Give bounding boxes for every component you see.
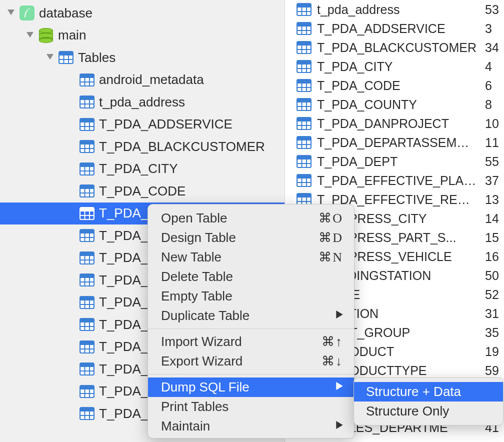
table-icon bbox=[79, 250, 95, 266]
table-icon bbox=[79, 339, 95, 355]
chevron-down-icon[interactable] bbox=[7, 9, 15, 17]
menu-label: Dump SQL File bbox=[161, 380, 250, 395]
tree-item-table[interactable]: android_metadata bbox=[0, 69, 284, 92]
table-list-item[interactable]: T_PDA_ADDSERVICE 3 bbox=[285, 19, 504, 38]
submenu-item[interactable]: Structure Only bbox=[354, 402, 503, 421]
table-count: 15 bbox=[485, 230, 504, 245]
table-list-item[interactable]: T_PDA_EFFECTIVE_PLAN_... 37 bbox=[285, 171, 504, 190]
context-menu-item[interactable]: Import Wizard⌘↑ bbox=[148, 332, 354, 352]
submenu-arrow-icon bbox=[336, 421, 343, 432]
context-menu-item[interactable]: Delete Table bbox=[148, 267, 354, 286]
table-list-item[interactable]: T_PDA_CODE 6 bbox=[285, 76, 504, 95]
tree-item-table[interactable]: T_PDA_ADDSERVICE bbox=[0, 114, 284, 136]
tree-item-tables-group[interactable]: Tables bbox=[0, 46, 284, 69]
svg-marker-243 bbox=[336, 310, 342, 318]
tree-label: T_PDA_BLACKCUSTOMER bbox=[99, 139, 265, 154]
menu-label: Structure Only bbox=[366, 404, 449, 419]
menu-label: Design Table bbox=[161, 230, 236, 246]
svg-marker-2 bbox=[46, 54, 54, 60]
context-menu-item[interactable]: Maintain bbox=[148, 416, 354, 436]
table-count: 6 bbox=[485, 78, 504, 93]
svg-rect-65 bbox=[80, 276, 94, 278]
tree-label: database bbox=[39, 6, 92, 21]
tree-item-table[interactable]: t_pda_address bbox=[0, 91, 284, 114]
table-list-item[interactable]: T_PDA_DANPROJECT 10 bbox=[285, 114, 504, 133]
menu-label: Duplicate Table bbox=[161, 308, 250, 324]
table-count: 31 bbox=[485, 306, 504, 321]
table-list-item[interactable]: t_pda_address 53 bbox=[285, 0, 504, 19]
context-menu-item[interactable]: Empty Table bbox=[148, 286, 354, 306]
table-icon bbox=[296, 58, 312, 74]
menu-shortcut: ⌘↓ bbox=[322, 354, 343, 369]
table-icon bbox=[79, 384, 95, 400]
table-count: 4 bbox=[485, 60, 504, 74]
table-list-item[interactable]: T_PDA_DEPARTASSEMBLY... 11 bbox=[285, 133, 504, 152]
table-list-item[interactable]: T_PDA_CITY 4 bbox=[285, 57, 504, 76]
submenu-arrow-icon bbox=[336, 382, 343, 392]
table-count: 19 bbox=[485, 344, 504, 359]
table-icon bbox=[296, 96, 312, 112]
tree-label: T_PDA_ bbox=[99, 384, 148, 399]
menu-label: Export Wizard bbox=[161, 354, 242, 369]
table-list-item[interactable]: T_PDA_BLACKCUSTOMER 34 bbox=[285, 38, 504, 57]
context-menu-item[interactable]: Design Table⌘D bbox=[148, 228, 354, 248]
menu-label: Import Wizard bbox=[161, 334, 242, 350]
table-count: 16 bbox=[485, 250, 504, 264]
table-name: T_PDA_CODE bbox=[317, 78, 480, 93]
table-icon bbox=[296, 40, 312, 56]
svg-rect-47 bbox=[80, 210, 94, 212]
svg-rect-155 bbox=[297, 158, 311, 160]
chevron-down-icon[interactable] bbox=[26, 32, 34, 40]
tree-item-table[interactable]: T_PDA_CITY bbox=[0, 158, 284, 180]
svg-rect-95 bbox=[80, 388, 94, 390]
tree-item-database[interactable]: database bbox=[0, 2, 284, 24]
tree-label: Tables bbox=[78, 50, 116, 66]
table-count: 55 bbox=[485, 154, 504, 169]
menu-label: New Table bbox=[161, 250, 222, 265]
tree-label: T_PDA_CITY bbox=[99, 161, 178, 176]
tree-item-table[interactable]: T_PDA_CODE bbox=[0, 180, 284, 202]
context-menu-item[interactable]: Duplicate Table bbox=[148, 306, 354, 326]
table-count: 35 bbox=[485, 326, 504, 340]
svg-rect-53 bbox=[80, 232, 94, 234]
table-count: 52 bbox=[485, 288, 504, 302]
svg-rect-17 bbox=[80, 98, 94, 100]
menu-label: Delete Table bbox=[161, 269, 233, 284]
chevron-down-icon[interactable] bbox=[46, 54, 54, 62]
svg-rect-71 bbox=[80, 299, 94, 300]
table-name: T_PDA_DEPT bbox=[317, 154, 480, 169]
svg-rect-5 bbox=[59, 54, 73, 56]
tree-label: T_PDA_ bbox=[99, 317, 148, 332]
menu-label: Open Table bbox=[161, 210, 228, 226]
tree-item-table[interactable]: T_PDA_BLACKCUSTOMER bbox=[0, 136, 284, 158]
svg-marker-0 bbox=[8, 10, 14, 15]
svg-marker-1 bbox=[26, 32, 34, 38]
context-submenu: Structure + DataStructure Only bbox=[354, 378, 504, 426]
menu-separator bbox=[148, 374, 354, 374]
tree-item-schema[interactable]: main bbox=[0, 24, 284, 47]
context-menu-item[interactable]: Print Tables bbox=[148, 397, 354, 416]
tree-label: T_PDA_CODE bbox=[99, 184, 186, 199]
context-menu-item[interactable]: Open Table⌘O bbox=[148, 208, 354, 228]
table-icon bbox=[296, 172, 312, 188]
submenu-item[interactable]: Structure + Data bbox=[354, 382, 503, 402]
svg-rect-131 bbox=[297, 82, 311, 84]
menu-separator bbox=[148, 328, 354, 329]
sqlite-icon bbox=[19, 5, 35, 21]
table-icon bbox=[79, 272, 95, 288]
table-list-item[interactable]: T_PDA_COUNTY 8 bbox=[285, 95, 504, 114]
table-list-item[interactable]: T_PDA_DEPT 55 bbox=[285, 152, 504, 171]
context-menu-item[interactable]: Dump SQL File bbox=[148, 378, 354, 397]
svg-rect-167 bbox=[297, 196, 311, 198]
svg-rect-29 bbox=[80, 143, 94, 144]
table-name: T_PDA_DANPROJECT bbox=[317, 116, 480, 131]
table-icon bbox=[79, 94, 95, 110]
tree-label: main bbox=[58, 28, 86, 43]
table-icon bbox=[296, 2, 312, 18]
context-menu-item[interactable]: Export Wizard⌘↓ bbox=[148, 352, 354, 371]
tree-label: T_PDA_ bbox=[99, 339, 148, 354]
menu-label: Empty Table bbox=[161, 288, 232, 304]
context-menu-item[interactable]: New Table⌘N bbox=[148, 248, 354, 267]
svg-rect-89 bbox=[80, 366, 94, 367]
svg-rect-77 bbox=[80, 321, 94, 322]
